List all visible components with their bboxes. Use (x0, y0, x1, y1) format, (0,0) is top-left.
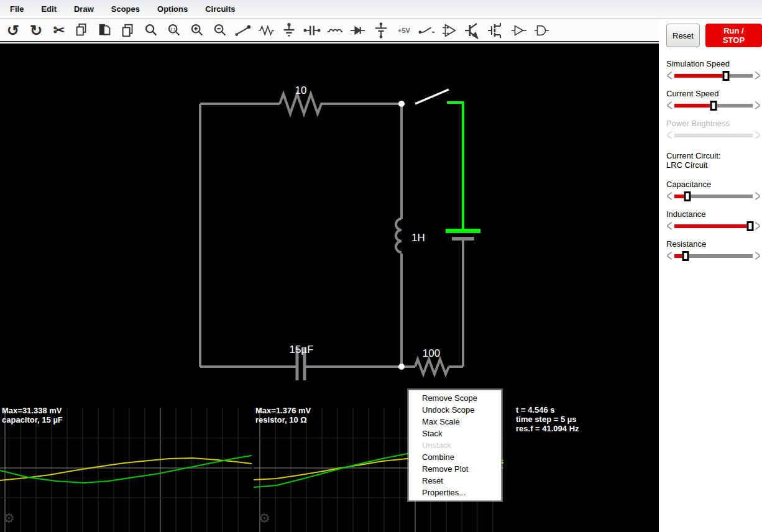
simulation-speed-slider[interactable]: < > (666, 70, 761, 81)
menu-item-properties[interactable]: Properties... (409, 487, 501, 498)
capacitance-label: Capacitance (666, 180, 762, 189)
decrease-arrow-icon[interactable]: < (666, 248, 672, 264)
inductor-label: 1H (411, 232, 425, 244)
and-gate-icon[interactable] (533, 22, 551, 39)
capacitor-icon[interactable] (303, 22, 321, 39)
simulation-speed-label: Simulation Speed (666, 59, 762, 68)
circuit-canvas[interactable]: 10 1H 15µF 100 Max=31.338 mV capacitor, … (0, 44, 659, 532)
toolbar: ↺ ↻ ✂ 1:1 (0, 19, 659, 42)
decrease-arrow-icon[interactable]: < (666, 218, 672, 234)
status-res-freq: res.f = 41.094 Hz (516, 424, 579, 433)
menu-item-max-scale[interactable]: Max Scale (409, 416, 501, 428)
junction-dot-bottom (398, 364, 405, 370)
zoom-100-icon[interactable]: 1:1 (165, 22, 183, 39)
increase-arrow-icon[interactable]: > (755, 98, 761, 114)
battery[interactable] (446, 229, 480, 241)
slider-thumb[interactable] (684, 191, 691, 201)
inductance-slider[interactable]: < > (666, 221, 761, 231)
zoom-out-icon[interactable] (211, 22, 229, 39)
resistor-100-label: 100 (423, 347, 440, 359)
increase-arrow-icon[interactable]: > (755, 248, 761, 264)
cut-icon[interactable]: ✂ (50, 22, 68, 39)
slider-track[interactable] (674, 104, 753, 108)
menu-draw[interactable]: Draw (65, 4, 103, 14)
inductor-icon[interactable] (326, 22, 344, 39)
resistance-slider[interactable]: < > (666, 250, 761, 261)
menu-item-remove-plot[interactable]: Remove Plot (409, 463, 501, 475)
decrease-arrow-icon[interactable]: < (666, 188, 672, 204)
capacitor-label: 15µF (289, 344, 313, 355)
control-panel: Reset Run / STOP Simulation Speed < > Cu… (659, 19, 762, 532)
increase-arrow-icon[interactable]: > (755, 68, 761, 84)
menu-file[interactable]: File (1, 4, 32, 14)
inductance-label: Inductance (666, 209, 762, 219)
resistor-10[interactable] (280, 94, 323, 114)
scope2-max-label: Max=1.376 mV (255, 406, 311, 415)
scope1-component-label: capacitor, 15 µF (2, 415, 63, 424)
scope1-max-label: Max=31.338 mV (2, 406, 62, 415)
menu-options[interactable]: Options (149, 4, 196, 14)
increase-arrow-icon[interactable]: > (755, 218, 761, 234)
resistor-100[interactable] (415, 359, 449, 374)
menu-item-remove-scope[interactable]: Remove Scope (409, 392, 501, 404)
mosfet-icon[interactable] (487, 22, 505, 39)
slider-thumb[interactable] (747, 221, 754, 231)
switch-blade[interactable] (415, 89, 449, 104)
transistor-icon[interactable] (464, 22, 482, 39)
slider-thumb[interactable] (682, 251, 689, 261)
run-stop-button[interactable]: Run / STOP (705, 24, 762, 47)
voltage-source-icon[interactable] (372, 22, 390, 39)
powered-wire[interactable] (447, 103, 463, 229)
power-brightness-slider: < > (666, 130, 761, 140)
current-speed-label: Current Speed (666, 89, 762, 98)
zoom-in-icon[interactable] (188, 22, 206, 39)
increase-arrow-icon[interactable]: > (755, 188, 761, 204)
5v-supply-icon[interactable]: +5V (395, 22, 413, 39)
zoom-100-label: 1:1 (170, 27, 176, 30)
ground-icon[interactable] (280, 22, 298, 39)
slider-track[interactable] (674, 254, 753, 258)
undo-icon[interactable]: ↺ (4, 22, 22, 39)
capacitance-slider[interactable]: < > (666, 191, 761, 201)
find-icon[interactable] (142, 22, 160, 39)
inductor-1h[interactable] (396, 219, 402, 252)
menu-item-combine[interactable]: Combine (409, 451, 501, 463)
scope1-settings-gear-icon[interactable]: ⚙ (3, 511, 15, 525)
paste-icon[interactable] (96, 22, 114, 39)
menu-circuits[interactable]: Circuits (196, 4, 244, 14)
slider-track[interactable] (674, 74, 753, 78)
redo-icon[interactable]: ↻ (27, 22, 45, 39)
wire-icon[interactable] (234, 22, 252, 39)
decrease-arrow-icon[interactable]: < (666, 68, 672, 84)
slider-thumb[interactable] (710, 101, 717, 111)
buffer-icon[interactable] (510, 22, 528, 39)
menu-scopes[interactable]: Scopes (103, 4, 149, 14)
scope2-settings-gear-icon[interactable]: ⚙ (259, 511, 270, 525)
reset-button[interactable]: Reset (666, 24, 700, 47)
resistance-label: Resistance (666, 239, 762, 249)
switch-icon[interactable] (418, 22, 436, 39)
slider-track (674, 134, 753, 137)
current-circuit-name: LRC Circuit (666, 160, 762, 170)
menu-item-unstack: Unstack (409, 439, 501, 451)
duplicate-icon[interactable] (119, 22, 137, 39)
resistor-icon[interactable] (257, 22, 275, 39)
increase-arrow-icon: > (755, 127, 761, 144)
current-speed-slider[interactable]: < > (666, 100, 761, 111)
decrease-arrow-icon[interactable]: < (666, 98, 672, 114)
diode-icon[interactable] (349, 22, 367, 39)
menu-item-reset[interactable]: Reset (409, 475, 501, 487)
status-time-step: time step = 5 µs (516, 415, 576, 424)
slider-track[interactable] (674, 224, 753, 228)
slider-track[interactable] (674, 195, 753, 198)
slider-thumb[interactable] (723, 71, 730, 81)
menu-item-undock-scope[interactable]: Undock Scope (409, 404, 501, 416)
menu-item-stack[interactable]: Stack (409, 428, 501, 439)
copy-icon[interactable] (73, 22, 91, 39)
menu-edit[interactable]: Edit (32, 4, 65, 14)
resistor-10-label: 10 (295, 85, 307, 96)
op-amp-icon[interactable] (441, 22, 459, 39)
scope-context-menu: Remove Scope Undock Scope Max Scale Stac… (408, 390, 502, 501)
menu-bar: File Edit Draw Scopes Options Circuits (0, 0, 762, 19)
scope2-component-label: resistor, 10 Ω (255, 415, 307, 424)
